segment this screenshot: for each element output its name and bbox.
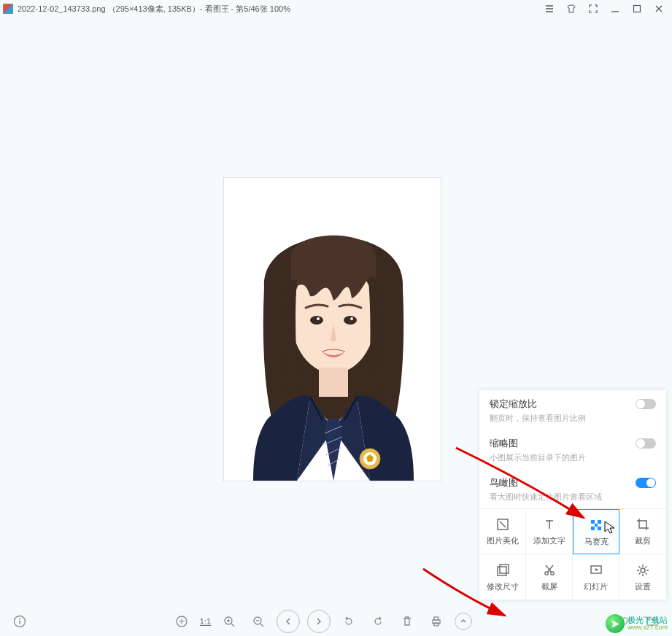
svg-point-4 [310, 316, 323, 325]
tools-popup: 锁定缩放比 翻页时，保持查看图片比例 缩略图 小图展示当前目录下的图片 鸟瞰图 … [479, 390, 666, 600]
window-controls [544, 3, 669, 15]
crop-icon [635, 516, 651, 532]
slideshow-label: 幻灯片 [584, 581, 608, 592]
svg-point-24 [19, 618, 20, 620]
tool-grid: 图片美化 添加文字 马赛克 裁剪 修改尺寸 截屏 幻灯片 设置 [479, 508, 666, 600]
zoom-out-icon[interactable] [247, 610, 269, 632]
mosaic-button[interactable]: 马赛克 [573, 509, 619, 554]
svg-rect-0 [634, 6, 641, 12]
fit-screen-icon[interactable] [171, 610, 193, 632]
birdview-switch[interactable] [636, 478, 656, 488]
folder-icon[interactable] [641, 610, 663, 632]
crop-button[interactable]: 裁剪 [619, 509, 666, 554]
lock-zoom-switch[interactable] [636, 399, 656, 409]
thumbnail-title: 缩略图 [490, 437, 630, 450]
svg-rect-8 [319, 368, 348, 397]
beautify-label: 图片美化 [487, 535, 519, 546]
rotate-right-icon[interactable] [367, 610, 389, 632]
menu-icon[interactable] [544, 3, 555, 15]
scissors-icon [541, 562, 557, 578]
slideshow-button[interactable]: 幻灯片 [573, 554, 619, 600]
bottom-toolbar: 1:1 [0, 607, 672, 636]
svg-rect-30 [434, 623, 439, 626]
prev-button[interactable] [277, 610, 300, 633]
print-icon[interactable] [425, 610, 447, 632]
svg-rect-16 [595, 524, 598, 527]
gear-icon [635, 562, 651, 578]
screenshot-label: 截屏 [541, 581, 557, 592]
lock-zoom-title: 锁定缩放比 [490, 398, 630, 411]
svg-rect-29 [434, 617, 439, 620]
thumbnail-switch[interactable] [636, 438, 656, 449]
birdview-desc: 看大图时快速定位图片查看区域 [490, 492, 630, 503]
add-text-button[interactable]: 添加文字 [526, 509, 573, 554]
add-text-label: 添加文字 [533, 535, 565, 546]
rotate-left-icon[interactable] [338, 610, 360, 632]
displayed-image [224, 178, 441, 481]
shirt-icon[interactable] [565, 3, 577, 15]
lock-zoom-row: 锁定缩放比 翻页时，保持查看图片比例 [479, 390, 666, 430]
more-tools-button[interactable] [455, 613, 472, 630]
settings-label: 设置 [635, 581, 651, 592]
slideshow-icon [588, 562, 604, 578]
lock-zoom-desc: 翻页时，保持查看图片比例 [490, 413, 630, 424]
svg-point-7 [350, 317, 353, 320]
svg-point-22 [641, 568, 645, 573]
close-button[interactable] [653, 3, 665, 15]
beautify-button[interactable]: 图片美化 [479, 509, 526, 554]
svg-rect-18 [500, 565, 509, 573]
resize-label: 修改尺寸 [487, 581, 519, 592]
info-icon[interactable] [9, 610, 31, 632]
crop-label: 裁剪 [635, 535, 651, 546]
svg-rect-12 [591, 520, 595, 524]
svg-rect-13 [598, 520, 601, 524]
svg-point-6 [317, 317, 320, 320]
fullscreen-icon[interactable] [587, 3, 599, 15]
svg-rect-14 [591, 527, 595, 530]
maximize-button[interactable] [631, 3, 643, 15]
text-icon [541, 516, 557, 532]
minimize-button[interactable] [609, 3, 621, 15]
favorite-icon[interactable] [612, 610, 634, 632]
resize-icon [495, 562, 511, 578]
svg-rect-15 [598, 527, 601, 530]
thumbnail-desc: 小图展示当前目录下的图片 [490, 452, 630, 463]
svg-rect-17 [498, 567, 506, 575]
window-title: 2022-12-02_143733.png （295×413像素, 135KB）… [18, 4, 290, 15]
birdview-row: 鸟瞰图 看大图时快速定位图片查看区域 [479, 469, 666, 508]
mosaic-icon [588, 517, 604, 533]
thumbnail-row: 缩略图 小图展示当前目录下的图片 [479, 430, 666, 469]
beautify-icon [495, 516, 511, 532]
next-button[interactable] [307, 610, 331, 633]
resize-button[interactable]: 修改尺寸 [479, 554, 526, 600]
svg-point-5 [344, 316, 357, 325]
screenshot-button[interactable]: 截屏 [526, 554, 573, 600]
titlebar: 2022-12-02_143733.png （295×413像素, 135KB）… [0, 0, 672, 18]
birdview-title: 鸟瞰图 [490, 476, 630, 489]
actual-size-button[interactable]: 1:1 [200, 610, 211, 632]
app-icon [3, 4, 13, 14]
settings-button[interactable]: 设置 [619, 554, 666, 600]
delete-icon[interactable] [396, 610, 418, 632]
zoom-in-icon[interactable] [218, 610, 240, 632]
mosaic-label: 马赛克 [584, 536, 609, 547]
